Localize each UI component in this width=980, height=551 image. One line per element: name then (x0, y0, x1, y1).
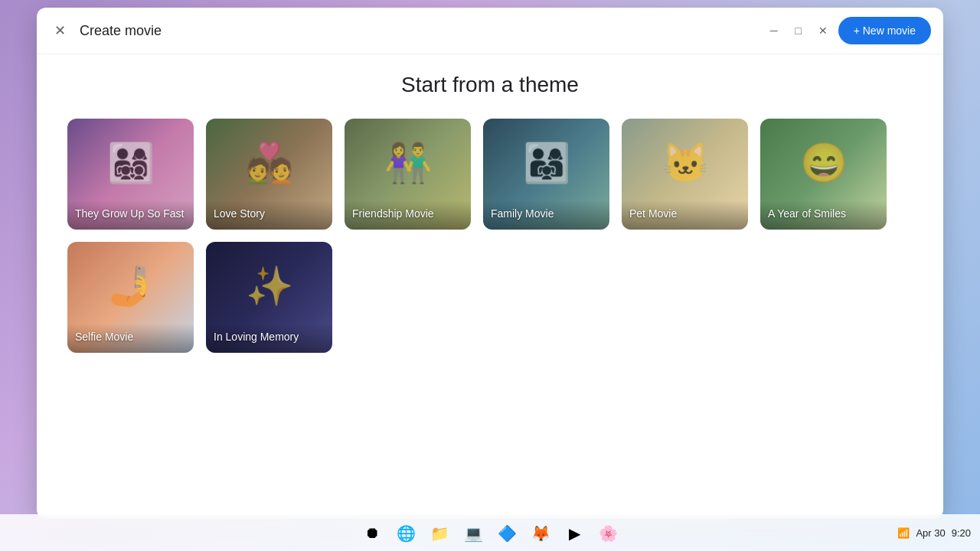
theme-icon-selfie: 🤳 (67, 242, 194, 330)
theme-label-selfie: Selfie Movie (67, 324, 194, 353)
theme-card-smiles[interactable]: 😄A Year of Smiles (760, 119, 887, 230)
maximize-button[interactable]: □ (789, 21, 808, 40)
theme-label-love: Love Story (206, 201, 332, 230)
taskbar-wifi-icon: 📶 (897, 527, 910, 539)
theme-label-smiles: A Year of Smiles (760, 201, 887, 230)
taskbar-icon-files[interactable]: 📁 (424, 518, 455, 549)
theme-card-grow[interactable]: 👨‍👩‍👧‍👦They Grow Up So Fast (67, 119, 194, 230)
titlebar: ✕ Create movie ─ □ ✕ + New movie (37, 8, 943, 54)
theme-card-friendship[interactable]: 👫Friendship Movie (345, 119, 471, 230)
titlebar-left: ✕ Create movie (49, 20, 162, 41)
taskbar-icon-app5[interactable]: 🦊 (525, 518, 556, 549)
theme-card-family[interactable]: 👨‍👩‍👧Family Movie (483, 119, 609, 230)
titlebar-right: ─ □ ✕ + New movie (765, 17, 931, 44)
winclose-button[interactable]: ✕ (814, 21, 832, 40)
close-button[interactable]: ✕ (49, 20, 70, 41)
theme-card-pet[interactable]: 🐱Pet Movie (622, 119, 748, 230)
window-title: Create movie (80, 23, 162, 39)
taskbar-time: 9:20 (952, 527, 971, 539)
theme-card-love[interactable]: 💑Love Story (206, 119, 332, 230)
taskbar-system: 📶 Apr 30 9:20 (897, 527, 971, 539)
themes-grid: 👨‍👩‍👧‍👦They Grow Up So Fast💑Love Story👫F… (67, 119, 913, 353)
theme-label-memory: In Loving Memory (206, 324, 332, 353)
theme-icon-memory: ✨ (206, 242, 332, 330)
taskbar-icon-vscode[interactable]: 🔷 (492, 518, 522, 549)
new-movie-button[interactable]: + New movie (838, 17, 931, 44)
themes-row-1: 👨‍👩‍👧‍👦They Grow Up So Fast💑Love Story👫F… (67, 119, 913, 230)
taskbar-date: Apr 30 (916, 527, 945, 539)
taskbar-icon-play[interactable]: ▶ (559, 518, 590, 549)
theme-icon-grow: 👨‍👩‍👧‍👦 (67, 119, 194, 207)
theme-label-grow: They Grow Up So Fast (67, 201, 194, 230)
theme-card-selfie[interactable]: 🤳Selfie Movie (67, 242, 194, 353)
taskbar: ⏺🌐📁💻🔷🦊▶🌸 📶 Apr 30 9:20 (0, 514, 980, 551)
taskbar-icon-camera[interactable]: ⏺ (357, 518, 387, 549)
theme-card-memory[interactable]: ✨In Loving Memory (206, 242, 332, 353)
theme-icon-family: 👨‍👩‍👧 (483, 119, 609, 207)
theme-label-pet: Pet Movie (622, 201, 748, 230)
themes-row-2: 🤳Selfie Movie✨In Loving Memory (67, 242, 913, 353)
theme-label-family: Family Movie (483, 201, 609, 230)
theme-label-friendship: Friendship Movie (345, 201, 471, 230)
main-window: ✕ Create movie ─ □ ✕ + New movie Start f… (37, 8, 943, 519)
taskbar-icons: ⏺🌐📁💻🔷🦊▶🌸 (357, 518, 623, 549)
minimize-button[interactable]: ─ (765, 21, 783, 40)
taskbar-icon-terminal[interactable]: 💻 (458, 518, 488, 549)
theme-icon-smiles: 😄 (760, 119, 887, 207)
theme-icon-friendship: 👫 (345, 119, 471, 207)
theme-icon-pet: 🐱 (622, 119, 748, 207)
section-title: Start from a theme (67, 73, 913, 97)
taskbar-icon-chrome[interactable]: 🌐 (390, 518, 421, 549)
theme-icon-love: 💑 (206, 119, 332, 207)
taskbar-icon-photos[interactable]: 🌸 (593, 518, 623, 549)
content-area: Start from a theme 👨‍👩‍👧‍👦They Grow Up S… (37, 54, 943, 519)
